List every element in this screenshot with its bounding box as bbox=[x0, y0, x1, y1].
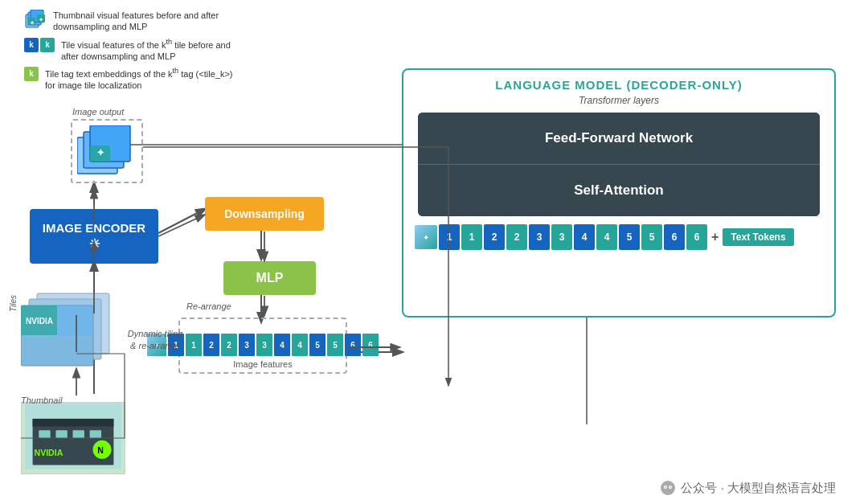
legend-text-2: Tile visual features of the kth tile bef… bbox=[61, 38, 233, 62]
svg-line-40 bbox=[158, 215, 205, 236]
feat-tile-5a: 5 bbox=[309, 334, 326, 356]
svg-point-46 bbox=[661, 481, 675, 495]
token-thumbnail: ✦ bbox=[415, 225, 437, 249]
legend-k-pair-icon: k k bbox=[24, 38, 55, 52]
language-model-box: LANGUAGE MODEL (DECODER-ONLY) Transforme… bbox=[402, 68, 836, 318]
legend-text-1: Thumbnail visual features before and aft… bbox=[53, 10, 233, 33]
bottom-watermark: 公众号 · 大模型自然语言处理 bbox=[660, 480, 836, 496]
image-output-label: Image output bbox=[72, 107, 124, 117]
ffn-layer: Feed-Forward Network bbox=[418, 113, 820, 165]
image-features-box: ✦ 1 1 2 2 3 3 4 4 5 5 6 6 Image features bbox=[178, 318, 347, 374]
feat-tile-3a: 3 bbox=[239, 334, 255, 356]
svg-text:✦: ✦ bbox=[39, 17, 43, 23]
rearrange-label: Re-arrange bbox=[186, 301, 231, 311]
token-2a: 2 bbox=[484, 224, 505, 250]
token-plus: + bbox=[709, 230, 721, 244]
tiles-stack: NVIDIA bbox=[21, 289, 125, 370]
svg-rect-25 bbox=[57, 305, 93, 335]
legend-k-green: k bbox=[24, 67, 39, 81]
mlp-box: MLP bbox=[223, 261, 316, 295]
legend: ✦ ✦ Thumbnail visual features before and… bbox=[24, 10, 233, 91]
feat-tile-6a: 6 bbox=[345, 334, 361, 356]
transformer-label: Transformer layers bbox=[403, 95, 834, 106]
legend-item-3: k Tile tag text embeddings of the kth ta… bbox=[24, 67, 233, 91]
token-5b: 5 bbox=[641, 224, 662, 250]
svg-rect-28 bbox=[33, 419, 114, 427]
token-1b: 1 bbox=[461, 224, 482, 250]
tiles-label: Tiles bbox=[9, 295, 18, 312]
svg-rect-31 bbox=[73, 430, 84, 438]
token-1a: 1 bbox=[439, 224, 460, 250]
downsampling-label: Downsampling bbox=[224, 207, 305, 220]
image-encoder-box: IMAGE ENCODER ✳ bbox=[30, 209, 158, 264]
legend-k-teal: k bbox=[40, 38, 55, 52]
nvidia-building-image: NVIDIA N bbox=[21, 402, 125, 474]
svg-text:✦: ✦ bbox=[96, 147, 104, 158]
legend-item-2: k k Tile visual features of the kth tile… bbox=[24, 38, 233, 62]
legend-text-3: Tile tag text embeddings of the kth tag … bbox=[45, 67, 233, 91]
feat-tile-4a: 4 bbox=[274, 334, 290, 356]
svg-text:NVIDIA: NVIDIA bbox=[35, 448, 63, 457]
feat-tile-4b: 4 bbox=[292, 334, 308, 356]
sa-layer: Self-Attention bbox=[418, 165, 820, 216]
language-model-title: LANGUAGE MODEL (DECODER-ONLY) bbox=[403, 70, 834, 95]
legend-thumb-icon: ✦ ✦ bbox=[24, 10, 47, 32]
token-2b: 2 bbox=[506, 224, 527, 250]
token-4b: 4 bbox=[596, 224, 617, 250]
legend-k-blue: k bbox=[24, 38, 39, 52]
token-6b: 6 bbox=[686, 224, 707, 250]
feat-tile-2b: 2 bbox=[221, 334, 237, 356]
svg-rect-30 bbox=[55, 430, 67, 438]
token-5a: 5 bbox=[619, 224, 640, 250]
thumbnail-label: Thumbnail bbox=[21, 395, 62, 405]
downsampling-box: Downsampling bbox=[205, 197, 324, 231]
svg-line-9 bbox=[158, 209, 205, 233]
image-encoder-snowflake: ✳ bbox=[89, 236, 100, 252]
dynamic-tiling-label: Dynamic tiling& re-arrange bbox=[119, 328, 191, 353]
legend-item-1: ✦ ✦ Thumbnail visual features before and… bbox=[24, 10, 233, 33]
svg-text:N: N bbox=[97, 445, 104, 455]
bottom-label-text: 公众号 · 大模型自然语言处理 bbox=[681, 481, 836, 496]
token-4a: 4 bbox=[574, 224, 595, 250]
token-text-tokens: Text Tokens bbox=[723, 228, 793, 246]
svg-text:NVIDIA: NVIDIA bbox=[26, 317, 53, 326]
feat-tile-2a: 2 bbox=[203, 334, 219, 356]
feat-tile-3b: 3 bbox=[256, 334, 272, 356]
image-encoder-label: IMAGE ENCODER bbox=[43, 221, 145, 235]
wechat-icon bbox=[660, 480, 676, 496]
svg-rect-29 bbox=[39, 430, 50, 438]
token-row: ✦ 1 1 2 2 3 3 4 4 5 5 6 6 + Text Tokens bbox=[403, 216, 834, 258]
transformer-layers: Feed-Forward Network Self-Attention bbox=[418, 113, 820, 216]
image-features-label: Image features bbox=[233, 359, 292, 369]
svg-text:✦: ✦ bbox=[30, 20, 35, 26]
token-3b: 3 bbox=[551, 224, 572, 250]
svg-rect-32 bbox=[90, 430, 101, 438]
token-3a: 3 bbox=[529, 224, 550, 250]
svg-point-50 bbox=[670, 486, 672, 488]
svg-point-49 bbox=[665, 486, 667, 488]
mlp-label: MLP bbox=[256, 271, 284, 285]
image-output-box: ✦ bbox=[71, 119, 143, 183]
feat-tile-6b: 6 bbox=[362, 334, 379, 356]
token-6a: 6 bbox=[664, 224, 685, 250]
feat-tile-5b: 5 bbox=[327, 334, 343, 356]
